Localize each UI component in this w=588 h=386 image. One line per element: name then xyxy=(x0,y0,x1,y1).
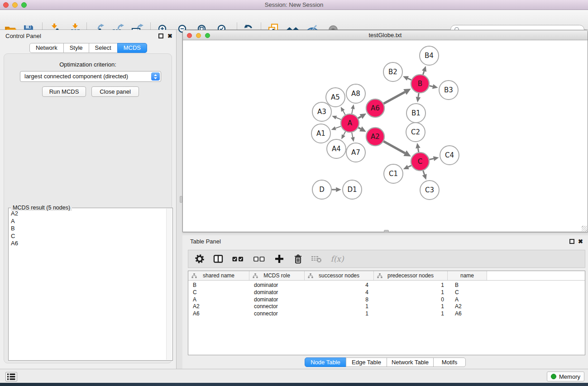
table-cell[interactable]: dominator xyxy=(249,296,305,304)
tab-mcds[interactable]: MCDS xyxy=(117,43,147,53)
table-cell[interactable]: 1 xyxy=(374,282,448,289)
graph-edge-A6-B[interactable] xyxy=(383,92,405,104)
table-cell[interactable]: dominator xyxy=(249,282,305,289)
result-item[interactable]: B xyxy=(10,225,165,233)
maximize-network-icon[interactable] xyxy=(205,33,210,38)
table-row[interactable]: Cdominator41C xyxy=(188,289,585,296)
resize-grip-icon[interactable] xyxy=(582,226,587,231)
table-cell[interactable]: B xyxy=(448,282,487,289)
graph-edge-B-B3[interactable] xyxy=(429,86,433,87)
graph-edge-C-C2[interactable] xyxy=(418,148,418,152)
tab-node-table[interactable]: Node Table xyxy=(305,357,346,367)
table-cell[interactable]: 1 xyxy=(305,310,374,318)
graph-edge-A-A5[interactable] xyxy=(343,111,345,115)
column-label: MCDS role xyxy=(263,272,290,279)
tab-network-table[interactable]: Network Table xyxy=(387,357,434,367)
graph-edge-A-A6[interactable] xyxy=(358,116,361,118)
result-item[interactable]: A6 xyxy=(10,240,165,248)
close-panel-button[interactable]: Close panel xyxy=(91,86,139,97)
minimize-network-icon[interactable] xyxy=(196,33,201,38)
table-cell[interactable]: A xyxy=(188,296,249,304)
graph-edge-A-A1[interactable] xyxy=(335,126,341,128)
horizontal-scroll-thumb[interactable] xyxy=(384,230,389,232)
deselect-all-icon[interactable] xyxy=(253,253,266,265)
table-row[interactable]: A6connector11A6 xyxy=(188,310,585,318)
graph-edge-C-C1[interactable] xyxy=(408,166,411,167)
function-builder-icon[interactable]: f(x) xyxy=(330,253,345,265)
table-cell[interactable]: 1 xyxy=(374,310,448,318)
delete-table-icon[interactable] xyxy=(311,253,322,265)
select-all-icon[interactable] xyxy=(231,253,245,265)
criterion-select[interactable]: largest connected component (directed) xyxy=(20,71,161,82)
table-cell[interactable]: dominator xyxy=(249,289,305,296)
graph-node-label: B1 xyxy=(411,109,421,117)
result-scrollbar[interactable] xyxy=(166,209,172,360)
table-cell[interactable]: C xyxy=(448,289,487,296)
graph-edge-C-C4[interactable] xyxy=(430,159,434,160)
graph-edge-A-A3[interactable] xyxy=(336,118,341,119)
graph-edge-B-B1[interactable] xyxy=(418,93,419,97)
column-header-mcds-role[interactable]: MCDS role xyxy=(249,271,305,280)
tab-edge-table[interactable]: Edge Table xyxy=(346,357,387,367)
minimize-window-icon[interactable] xyxy=(12,2,18,8)
vertical-scroll-thumb[interactable] xyxy=(180,196,182,203)
float-table-panel-icon[interactable] xyxy=(569,239,574,244)
float-panel-icon[interactable] xyxy=(158,33,163,38)
table-cell[interactable]: C xyxy=(188,289,249,296)
table-cell[interactable]: A6 xyxy=(188,310,249,318)
graph-edge-A-A8[interactable] xyxy=(352,109,353,114)
column-header-predecessor-nodes[interactable]: predecessor nodes xyxy=(374,271,448,280)
table-cell[interactable]: A2 xyxy=(448,303,487,310)
result-item[interactable]: A2 xyxy=(10,210,165,218)
column-header-shared-name[interactable]: shared name xyxy=(188,271,249,280)
graph-edge-B-B2[interactable] xyxy=(408,78,411,80)
table-cell[interactable]: 1 xyxy=(305,303,374,310)
column-header-name[interactable]: name xyxy=(448,271,487,280)
close-window-icon[interactable] xyxy=(3,2,9,8)
add-column-icon[interactable] xyxy=(274,253,285,265)
attribute-settings-gear-icon[interactable] xyxy=(194,253,205,265)
control-panel-tabs: Network Style Select MCDS xyxy=(0,43,177,53)
close-network-icon[interactable] xyxy=(187,33,192,38)
graph-edge-A-A2[interactable] xyxy=(359,128,361,129)
tab-style[interactable]: Style xyxy=(63,43,89,53)
graph-edge-B-B4[interactable] xyxy=(423,71,424,75)
tab-network[interactable]: Network xyxy=(29,43,64,53)
task-history-button[interactable] xyxy=(5,372,17,381)
graph-edge-A-A7[interactable] xyxy=(352,133,353,138)
network-window-titlebar[interactable]: testGlobe.txt xyxy=(183,30,588,40)
table-cell[interactable]: A2 xyxy=(188,303,249,310)
table-row[interactable]: A2connector11A2 xyxy=(188,303,585,310)
result-item[interactable]: A xyxy=(10,218,165,225)
titlebar: Session: New Session xyxy=(0,0,588,10)
delete-column-trash-icon[interactable] xyxy=(292,253,303,265)
column-visibility-icon[interactable] xyxy=(213,253,224,265)
table-cell[interactable]: A6 xyxy=(448,310,487,318)
tab-motifs[interactable]: Motifs xyxy=(433,357,466,367)
tab-select[interactable]: Select xyxy=(89,43,118,53)
network-graph[interactable]: AA1A2A3A4A5A6A7A8BB1B2B3B4CC1C2C3C4DD1 xyxy=(183,40,588,232)
table-cell[interactable]: B xyxy=(188,282,249,289)
graph-edge-C-C3[interactable] xyxy=(423,171,425,175)
table-cell[interactable]: 4 xyxy=(305,282,374,289)
run-mcds-button[interactable]: Run MCDS xyxy=(42,86,86,97)
memory-button[interactable]: Memory xyxy=(547,372,584,381)
table-row[interactable]: Adominator80A xyxy=(188,296,585,304)
table-cell[interactable]: 0 xyxy=(374,296,448,304)
table-cell[interactable]: connector xyxy=(249,303,305,310)
graph-edge-A2-C[interactable] xyxy=(383,141,405,153)
close-table-panel-icon[interactable]: ✖ xyxy=(578,239,583,244)
table-cell[interactable]: A xyxy=(448,296,487,304)
close-panel-icon[interactable]: ✖ xyxy=(167,33,172,38)
table-cell[interactable]: connector xyxy=(249,310,305,318)
table-cell[interactable]: 1 xyxy=(374,303,448,310)
result-item[interactable]: C xyxy=(10,233,165,240)
column-header-successor-nodes[interactable]: successor nodes xyxy=(305,271,374,280)
table-cell[interactable]: 8 xyxy=(305,296,374,304)
table-cell[interactable]: 4 xyxy=(305,289,374,296)
table-cell[interactable]: 1 xyxy=(374,289,448,296)
graph-edge-A-A4[interactable] xyxy=(344,132,345,135)
maximize-window-icon[interactable] xyxy=(21,2,27,8)
network-canvas[interactable]: AA1A2A3A4A5A6A7A8BB1B2B3B4CC1C2C3C4DD1 xyxy=(183,40,588,232)
table-row[interactable]: Bdominator41B xyxy=(188,282,585,289)
